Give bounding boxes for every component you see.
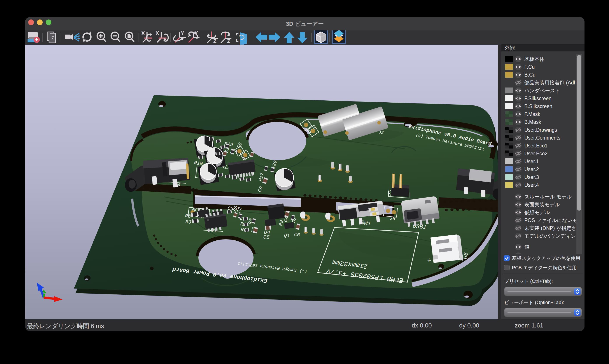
svg-text:Q1: Q1 xyxy=(284,233,290,239)
svg-text:U6: U6 xyxy=(462,252,470,260)
svg-text:Y: Y xyxy=(181,30,184,36)
svg-text:Z: Z xyxy=(227,38,230,44)
svg-text:X: X xyxy=(141,30,145,36)
svg-text:Z: Z xyxy=(213,38,217,44)
svg-text:R3: R3 xyxy=(185,219,191,225)
svg-text:C6: C6 xyxy=(294,232,300,238)
svg-text:R6: R6 xyxy=(185,213,191,219)
svg-text:X: X xyxy=(155,30,159,36)
svg-text:+: + xyxy=(426,256,432,265)
svg-text:C5: C5 xyxy=(263,234,270,240)
